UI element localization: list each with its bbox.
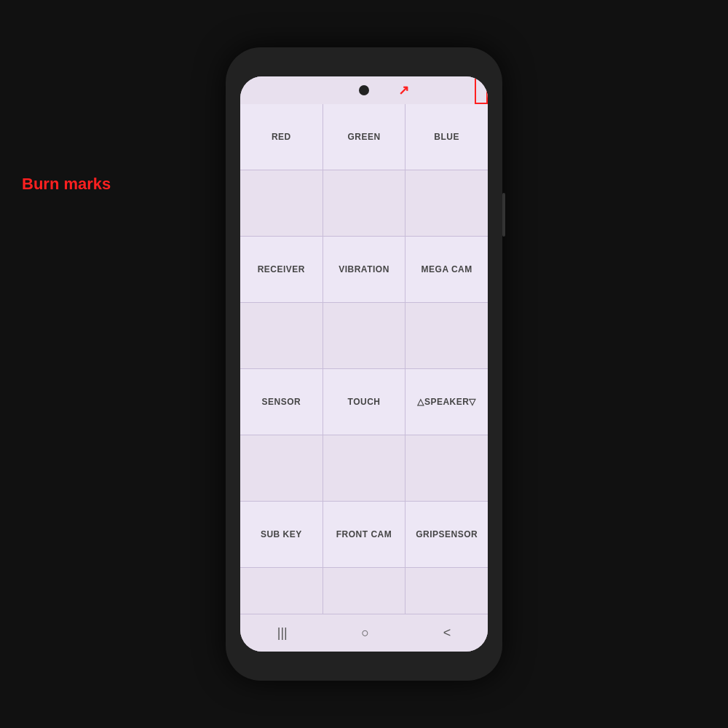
grid-cell-sub-key[interactable]: SUB KEY [240, 502, 323, 567]
phone-screen: ↗ RED GREEN BLUE RECEIVER VIBRATION MEGA [240, 76, 488, 652]
front-camera [359, 85, 369, 95]
grid-cell-vibration[interactable]: VIBRATION [323, 237, 405, 302]
grid-cell-empty-4 [240, 303, 323, 368]
grid-cell-empty-9 [405, 435, 488, 501]
grid-cell-empty-5 [323, 303, 405, 368]
grid-cell-empty-8 [323, 435, 405, 501]
grid-cell-speaker[interactable]: △SPEAKER▽ [405, 369, 488, 435]
grid-cell-red[interactable]: RED [240, 104, 323, 170]
burn-marks-label: Burn marks [22, 175, 111, 194]
grid-cell-mega-cam[interactable]: MEGA CAM [405, 237, 488, 302]
test-grid: RED GREEN BLUE RECEIVER VIBRATION MEGA C… [240, 104, 488, 614]
grid-cell-receiver[interactable]: RECEIVER [240, 237, 323, 302]
grid-cell-empty-7 [240, 435, 323, 501]
phone-top-bar: ↗ [240, 76, 488, 104]
grid-cell-empty-3 [405, 170, 488, 236]
scene: Burn marks ↗ RED GREEN BLUE [0, 0, 728, 728]
nav-bar: ||| ○ < [240, 614, 488, 652]
red-arrow-indicator: ↗ [398, 82, 409, 98]
volume-button[interactable] [502, 193, 505, 237]
grid-cell-front-cam[interactable]: FRONT CAM [323, 502, 405, 567]
nav-home-button[interactable]: ○ [347, 620, 384, 646]
grid-cell-green[interactable]: GREEN [323, 104, 405, 170]
grid-cell-empty-10 [240, 568, 323, 614]
nav-recent-button[interactable]: ||| [263, 620, 302, 646]
grid-cell-empty-2 [323, 170, 405, 236]
top-right-highlight-box [475, 76, 488, 104]
grid-cell-gripsensor[interactable]: GRIPSENSOR [405, 502, 488, 567]
grid-cell-empty-1 [240, 170, 323, 236]
grid-cell-touch[interactable]: TOUCH [323, 369, 405, 435]
phone-device: ↗ RED GREEN BLUE RECEIVER VIBRATION MEGA [226, 47, 502, 681]
grid-cell-empty-12 [405, 568, 488, 614]
grid-cell-empty-11 [323, 568, 405, 614]
grid-cell-empty-6 [405, 303, 488, 368]
grid-cell-sensor[interactable]: SENSOR [240, 369, 323, 435]
nav-back-button[interactable]: < [429, 620, 466, 646]
grid-cell-blue[interactable]: BLUE [405, 104, 488, 170]
